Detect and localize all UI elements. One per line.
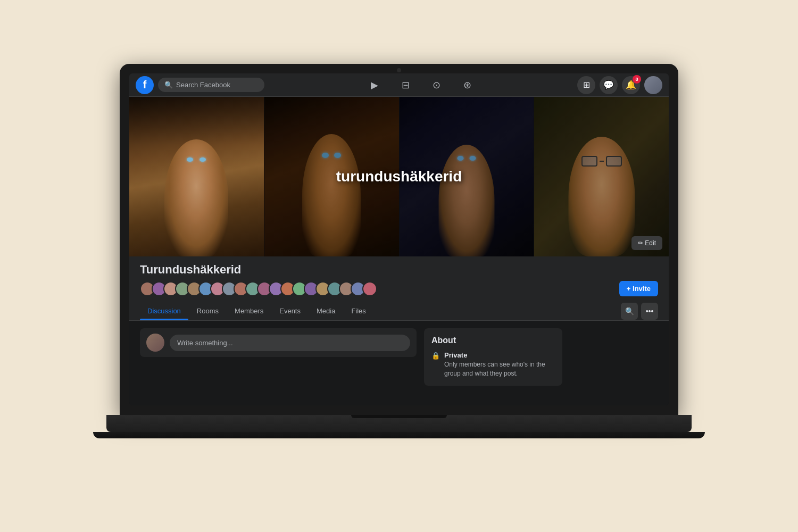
groups-nav-icon[interactable]: ⊙	[426, 75, 446, 95]
write-post-box: Write something...	[140, 328, 417, 357]
search-bar[interactable]: 🔍 Search Facebook	[158, 78, 264, 92]
edit-cover-button[interactable]: ✏ Edit	[631, 236, 662, 250]
search-icon: 🔍	[164, 81, 173, 89]
laptop-bottom	[93, 432, 705, 438]
video-nav-icon[interactable]: ▶	[364, 75, 385, 95]
laptop-screen-shell: f 🔍 Search Facebook ▶ ⊟ ⊙ ⊛ ⊞ 💬 🔔	[120, 64, 678, 415]
group-tabs-bar: Discussion Rooms Members Events Media Fi…	[129, 302, 669, 321]
about-privacy-row: 🔒 Private Only members can see who's in …	[431, 351, 555, 378]
tab-media[interactable]: Media	[309, 302, 343, 320]
tab-events[interactable]: Events	[272, 302, 308, 320]
tab-files[interactable]: Files	[344, 302, 373, 320]
search-tab-button[interactable]: 🔍	[621, 303, 638, 320]
content-right-column: About 🔒 Private Only members can see who…	[424, 328, 562, 398]
nav-right-area: ⊞ 💬 🔔 8	[577, 76, 662, 94]
group-info-section: Turundushäkkerid	[129, 256, 669, 302]
tab-rooms[interactable]: Rooms	[189, 302, 226, 320]
content-left-column: Write something...	[140, 328, 417, 398]
cover-panel-1	[129, 97, 264, 256]
notification-badge: 8	[633, 75, 641, 84]
marketplace-nav-icon[interactable]: ⊟	[395, 75, 415, 95]
current-user-avatar	[146, 334, 164, 352]
cover-photo: turundushäkkerid ✏ Edit	[129, 97, 669, 256]
cover-panel-2	[264, 97, 399, 256]
privacy-label: Private	[444, 351, 555, 360]
user-avatar-button[interactable]	[644, 76, 662, 94]
member-avatar	[362, 281, 377, 296]
messenger-button[interactable]: 💬	[600, 76, 618, 94]
tab-discussion[interactable]: Discussion	[140, 302, 188, 320]
navbar: f 🔍 Search Facebook ▶ ⊟ ⊙ ⊛ ⊞ 💬 🔔	[129, 73, 669, 97]
tab-members[interactable]: Members	[227, 302, 271, 320]
lock-icon: 🔒	[431, 351, 440, 361]
main-content-area: Write something... About 🔒 Private Only …	[129, 321, 669, 405]
cover-panel-3	[400, 97, 534, 256]
search-placeholder-text: Search Facebook	[176, 81, 230, 89]
notifications-button[interactable]: 🔔 8	[622, 76, 640, 94]
tabs-list: Discussion Rooms Members Events Media Fi…	[140, 302, 373, 320]
more-options-tab-button[interactable]: •••	[641, 303, 658, 320]
camera-dot	[397, 68, 401, 72]
group-name-heading: Turundushäkkerid	[140, 263, 658, 277]
members-row: + Invite	[140, 281, 658, 296]
laptop-screen: f 🔍 Search Facebook ▶ ⊟ ⊙ ⊛ ⊞ 💬 🔔	[129, 73, 669, 405]
privacy-description: Only members can see who's in the group …	[444, 360, 555, 378]
nav-center-icons: ▶ ⊟ ⊙ ⊛	[269, 75, 573, 95]
about-title: About	[431, 336, 555, 345]
about-box: About 🔒 Private Only members can see who…	[424, 328, 562, 386]
member-avatars-list	[140, 281, 377, 296]
invite-button[interactable]: + Invite	[619, 281, 658, 296]
gaming-nav-icon[interactable]: ⊛	[457, 75, 477, 95]
laptop-base	[106, 415, 692, 432]
write-post-input[interactable]: Write something...	[170, 335, 410, 351]
facebook-logo[interactable]: f	[136, 76, 154, 94]
grid-menu-button[interactable]: ⊞	[577, 76, 595, 94]
tabs-actions: 🔍 •••	[621, 303, 658, 320]
laptop-container: f 🔍 Search Facebook ▶ ⊟ ⊙ ⊛ ⊞ 💬 🔔	[106, 64, 692, 468]
cover-panel-4	[534, 97, 669, 256]
